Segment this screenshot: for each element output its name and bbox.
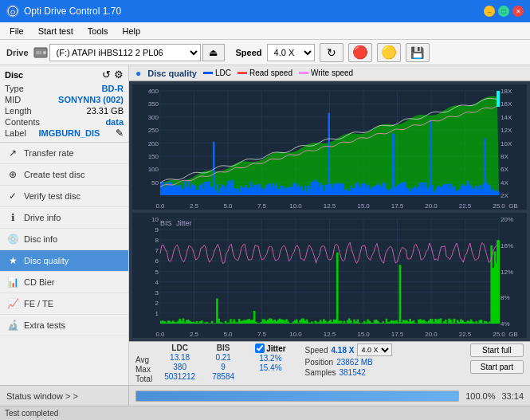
speed-select[interactable]: 4.0 X 1.0 X 2.0 X 8.0 X	[267, 44, 315, 61]
drive-select[interactable]: (F:) ATAPI iHBS112 2 PL06	[49, 44, 201, 61]
tools-button[interactable]: 🟡	[377, 43, 401, 62]
ldc-avg: 13.18	[162, 353, 198, 362]
record-button[interactable]: 🔴	[348, 43, 372, 62]
jitter-checkbox-row: Jitter	[255, 343, 285, 353]
position-label: Position	[305, 358, 334, 367]
ldc-total: 5031212	[162, 372, 198, 381]
charts-container	[129, 81, 530, 341]
samples-label: Samples	[305, 368, 336, 377]
ldc-chart-canvas	[132, 84, 527, 210]
sidebar-item-verify-test-label: Verify test disc	[24, 191, 122, 201]
disc-info-icon: 💿	[6, 233, 19, 245]
menu-tools[interactable]: Tools	[81, 25, 115, 37]
window-controls: – □ ✕	[484, 6, 524, 17]
disc-refresh-icon[interactable]: ↺	[102, 69, 111, 80]
disc-contents-value: data	[105, 117, 124, 127]
sidebar-item-disc-quality[interactable]: ★ Disc quality	[0, 250, 128, 272]
eject-button[interactable]: ⏏	[202, 44, 225, 61]
minimize-button[interactable]: –	[484, 6, 495, 17]
main-layout: Disc ↺ ⚙ Type BD-R MID SONYNN3 (002) Len…	[0, 65, 530, 385]
jitter-label: Jitter	[266, 344, 285, 353]
menu-bar: File Start test Tools Help	[0, 22, 530, 40]
sidebar-item-transfer-rate[interactable]: ↗ Transfer rate	[0, 143, 128, 164]
disc-label-value: IMGBURN_DIS	[38, 128, 100, 138]
bis-chart-canvas	[132, 213, 527, 338]
legend-write-color	[299, 72, 308, 74]
disc-quality-icon: ★	[6, 254, 19, 267]
maximize-button[interactable]: □	[498, 6, 509, 17]
menu-help[interactable]: Help	[116, 25, 147, 37]
drive-info-icon: ℹ	[6, 211, 19, 224]
speed-label: Speed	[236, 48, 262, 57]
bis-total: 78584	[207, 372, 239, 381]
speed-stat-label: Speed	[305, 346, 328, 355]
verify-test-icon: ✓	[6, 190, 19, 202]
sidebar-item-cd-bier[interactable]: 📊 CD Bier	[0, 272, 128, 293]
disc-type-value: BD-R	[102, 84, 124, 93]
legend-ldc-color	[203, 72, 213, 74]
sidebar-item-cd-bier-label: CD Bier	[24, 277, 122, 287]
svg-point-3	[43, 51, 46, 54]
sidebar-item-fe-te-label: FE / TE	[24, 299, 122, 308]
title-bar: O Opti Drive Control 1.70 – □ ✕	[0, 0, 530, 22]
speed-position-stats: Speed 4.18 X 4.0 X Position 23862 MB Sam…	[305, 343, 393, 377]
app-icon: O	[6, 5, 19, 18]
sidebar-item-verify-test[interactable]: ✓ Verify test disc	[0, 186, 128, 207]
progress-bar	[135, 391, 459, 402]
drive-label: Drive	[6, 48, 29, 57]
progress-bar-fill	[136, 391, 458, 401]
disc-type-label: Type	[5, 84, 24, 93]
transfer-rate-icon: ↗	[6, 147, 19, 159]
sidebar-item-extra-tests-label: Extra tests	[24, 320, 122, 330]
ldc-max: 380	[162, 363, 198, 371]
close-button[interactable]: ✕	[512, 6, 524, 17]
drive-icon	[33, 45, 48, 60]
ldc-stats: LDC 13.18 380 5031212	[162, 343, 198, 381]
ldc-header: LDC	[162, 343, 198, 352]
legend-write-label: Write speed	[311, 69, 353, 77]
position-value: 23862 MB	[336, 358, 373, 367]
start-part-button[interactable]: Start part	[470, 360, 524, 374]
disc-length-label: Length	[5, 106, 32, 116]
sidebar-item-disc-info[interactable]: 💿 Disc info	[0, 229, 128, 250]
stats-bar: Avg Max Total LDC 13.18 380 5031212 BIS …	[129, 341, 530, 385]
disc-quality-header-icon: ●	[135, 68, 141, 79]
progress-percent: 100.0%	[465, 391, 495, 401]
disc-title: Disc	[5, 70, 23, 80]
disc-quality-header: ● Disc quality LDC Read speed Write spee…	[129, 65, 530, 81]
start-full-button[interactable]: Start full	[470, 343, 524, 357]
sidebar: Disc ↺ ⚙ Type BD-R MID SONYNN3 (002) Len…	[0, 65, 129, 385]
sidebar-item-drive-info[interactable]: ℹ Drive info	[0, 207, 128, 229]
status-window-button[interactable]: Status window > >	[0, 386, 129, 406]
sidebar-menu: ↗ Transfer rate ⊕ Create test disc ✓ Ver…	[0, 143, 128, 385]
bis-stats: BIS 0.21 9 78584	[207, 343, 239, 381]
jitter-total	[255, 373, 285, 382]
max-label: Max	[135, 365, 152, 374]
extra-tests-icon: 🔬	[6, 319, 19, 332]
speed-unit-select[interactable]: 4.0 X	[357, 343, 392, 356]
sidebar-item-fe-te[interactable]: 📈 FE / TE	[0, 293, 128, 315]
disc-mid-value: SONYNN3 (002)	[58, 95, 124, 104]
jitter-checkbox[interactable]	[255, 343, 265, 353]
disc-settings-icon[interactable]: ⚙	[114, 69, 124, 80]
disc-contents-label: Contents	[5, 117, 40, 127]
bis-max: 9	[207, 363, 239, 371]
legend-read: Read speed	[238, 69, 292, 77]
time-display: 33:14	[501, 391, 524, 401]
svg-text:O: O	[10, 9, 15, 16]
jitter-max: 15.4%	[255, 363, 285, 372]
sidebar-item-create-test[interactable]: ⊕ Create test disc	[0, 164, 128, 186]
menu-file[interactable]: File	[3, 25, 30, 37]
completion-bar: Test completed	[0, 406, 530, 420]
bis-header: BIS	[207, 343, 239, 352]
speed-row: Speed 4.18 X 4.0 X	[305, 343, 393, 356]
refresh-button[interactable]: ↻	[320, 43, 344, 62]
status-window-label: Status window > >	[6, 391, 78, 401]
menu-start-test[interactable]: Start test	[32, 25, 80, 37]
total-label: Total	[135, 375, 152, 383]
sidebar-item-create-test-label: Create test disc	[24, 170, 122, 179]
disc-label-icon[interactable]: ✎	[116, 128, 124, 139]
save-button[interactable]: 💾	[406, 43, 430, 62]
sidebar-item-extra-tests[interactable]: 🔬 Extra tests	[0, 315, 128, 336]
sidebar-item-drive-info-label: Drive info	[24, 213, 122, 222]
